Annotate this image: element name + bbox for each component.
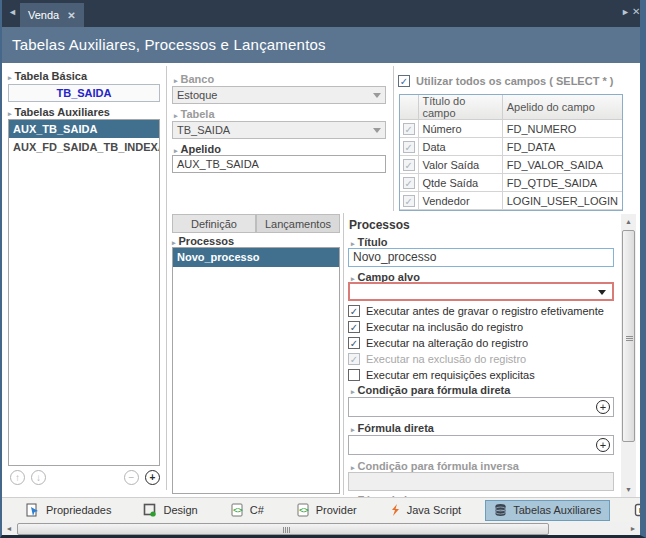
use-all-fields-checkbox[interactable]: ✓ [398,75,410,87]
tab-close-icon[interactable]: ✕ [67,10,75,21]
formula-direta-label: ▸Fórmula direta [351,422,434,434]
chevron-down-icon [373,128,381,133]
exec-antes-gravar-checkbox[interactable]: ✓ [348,305,360,317]
scroll-right-icon[interactable]: ► [626,522,640,536]
basic-table-value[interactable]: TB_SAIDA [8,84,160,102]
aux-tables-label: ▸Tabelas Auxiliares [8,106,110,118]
table-row[interactable]: ✓ DataFD_DATA [400,138,622,156]
vertical-scrollbar[interactable]: ▲ ▼ [621,214,636,497]
expander-icon: ▸ [351,388,355,395]
exec-exclusao-checkbox: ✓ [348,353,360,365]
option-row: ✓ Executar antes de gravar o registro ef… [348,305,604,317]
splitter-bottom-right[interactable] [343,213,344,495]
scroll-up-icon[interactable]: ▲ [621,214,636,229]
tab-label: Venda [28,9,59,21]
code-icon: <> [230,503,244,517]
title-band: Tabelas Auxiliares, Processos e Lançamen… [0,27,646,63]
apelido-input[interactable]: AUX_TB_SAIDA [172,155,386,173]
remove-table-button[interactable]: − [124,470,139,485]
processos-list: Novo_processo [172,247,340,494]
scroll-grip [626,336,633,342]
cond-formula-inversa-label: ▸Condição para fórmula inversa [351,460,519,472]
table-header-row: Título do campo Apelido do campo [400,95,622,120]
database-icon [494,503,507,517]
add-condition-icon[interactable]: + [596,400,610,414]
scroll-down-icon[interactable]: ▼ [621,482,636,497]
provider-button[interactable]: <> Provider [288,500,365,521]
field-checkbox[interactable]: ✓ [403,195,415,207]
campo-alvo-select[interactable] [348,282,614,301]
javascript-button[interactable]: Java Script [381,500,469,521]
add-formula-icon[interactable]: + [596,438,610,452]
titulo-label: ▸Título [351,236,387,248]
exec-requisicoes-checkbox[interactable] [348,369,360,381]
aux-tables-list: AUX_TB_SAIDA AUX_FD_SAIDA_TB_INDEXA [8,119,160,466]
scroll-grip [283,527,290,533]
expander-icon: ▸ [174,77,178,84]
add-table-button[interactable]: + [145,470,160,485]
cond-formula-inversa-input [348,472,614,491]
basic-table-label: ▸Tabela Básica [8,70,87,82]
parameters-icon [634,503,646,517]
expander-icon: ▸ [351,275,355,282]
formula-direta-input[interactable]: + [348,435,614,455]
horizontal-scrollbar[interactable]: ◄ ► [2,522,640,536]
horizontal-scroll-thumb[interactable] [17,523,549,535]
cond-formula-direta-input[interactable]: + [348,397,614,417]
page-title: Tabelas Auxiliares, Processos e Lançamen… [12,36,326,53]
csharp-button[interactable]: <> C# [222,500,272,521]
svg-text:<>: <> [233,506,243,515]
tabs-scroll-right-icon[interactable]: ► [621,7,630,17]
table-row[interactable]: ✓ VendedorLOGIN_USER_LOGIN [400,192,622,210]
splitter-top-right[interactable] [393,66,394,211]
use-all-fields-label: Utilizar todos os campos ( SELECT * ) [416,75,613,87]
apelido-column-header[interactable]: Apelido do campo [502,95,622,120]
tabs-scroll-left-icon[interactable]: ◄ [8,7,17,17]
expander-icon: ▸ [8,110,12,117]
tab-lancamentos[interactable]: Lançamentos [256,214,340,233]
option-row: ✓ Executar na alteração do registro [348,337,528,349]
exec-inclusao-checkbox[interactable]: ✓ [348,321,360,333]
expander-icon: ▸ [174,147,178,154]
table-row[interactable]: ✓ Qtde SaídaFD_QTDE_SAIDA [400,174,622,192]
design-button[interactable]: Design [135,500,205,521]
option-row: Executar em requisições explicitas [348,369,535,381]
move-up-button[interactable]: ↑ [10,470,25,485]
design-icon [143,503,157,517]
tab-strip: ◄ Venda ✕ ► ✕ [0,0,646,27]
processos-list-label: ▸Processos [172,235,234,247]
code-icon: <> [296,503,310,517]
field-checkbox[interactable]: ✓ [403,123,415,135]
tab-venda[interactable]: Venda ✕ [20,3,84,27]
app-window: ◄ Venda ✕ ► ✕ Tabelas Auxiliares, Proces… [0,0,646,538]
list-item[interactable]: Novo_processo [173,248,339,267]
scroll-left-icon[interactable]: ◄ [2,522,16,536]
table-row[interactable]: ✓ NúmeroFD_NUMERO [400,120,622,138]
cond-formula-direta-label: ▸Condição para fórmula direta [351,384,510,396]
tab-definicao[interactable]: Definição [172,214,256,233]
svg-text:<>: <> [299,506,309,515]
table-row[interactable]: ✓ Valor SaídaFD_VALOR_SAIDA [400,156,622,174]
vertical-scroll-thumb[interactable] [622,230,635,442]
field-checkbox[interactable]: ✓ [403,141,415,153]
list-item[interactable]: AUX_FD_SAIDA_TB_INDEXA [9,138,159,156]
list-item[interactable]: AUX_TB_SAIDA [9,120,159,138]
banco-label: ▸Banco [174,73,214,85]
script-icon [389,503,401,517]
fields-grid: Título do campo Apelido do campo ✓ Númer… [399,94,623,211]
parametros-button[interactable]: Parâmetr [626,500,646,521]
titulo-input[interactable]: Novo_processo [348,248,614,267]
field-checkbox[interactable]: ✓ [403,159,415,171]
select-column-header[interactable] [400,95,418,120]
window-close-icon[interactable]: ✕ [632,6,640,17]
propriedades-button[interactable]: Propriedades [18,500,119,521]
tabelas-auxiliares-button[interactable]: Tabelas Auxiliares [485,500,610,521]
banco-select[interactable]: Estoque [172,86,386,104]
move-down-button[interactable]: ↓ [31,470,46,485]
tabela-select[interactable]: TB_SAIDA [172,121,386,139]
titulo-column-header[interactable]: Título do campo [418,95,502,120]
expander-icon: ▸ [351,240,355,247]
exec-alteracao-checkbox[interactable]: ✓ [348,337,360,349]
splitter-left[interactable] [166,66,167,490]
field-checkbox[interactable]: ✓ [403,177,415,189]
